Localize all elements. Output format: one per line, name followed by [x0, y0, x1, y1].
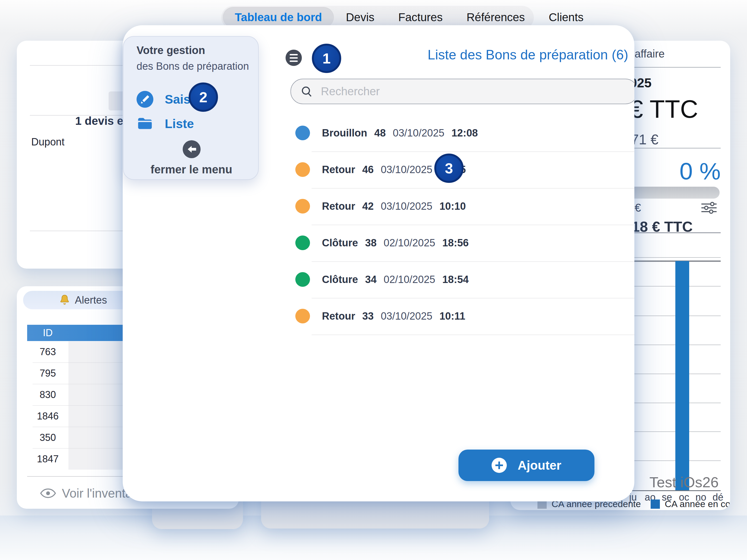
pencil-icon — [136, 91, 153, 108]
bell-icon — [59, 294, 71, 306]
tab-tableau-de-bord[interactable]: Tableau de bord — [223, 7, 334, 28]
row-divider — [312, 261, 634, 262]
chart-gridline — [627, 316, 721, 316]
order-number: 42 — [362, 201, 374, 212]
tab-references[interactable]: Références — [455, 11, 537, 24]
menu-subtitle: des Bons de préparation — [136, 60, 249, 72]
tab-devis[interactable]: Devis — [334, 11, 386, 24]
chart-gridline — [627, 286, 721, 287]
row-divider — [312, 225, 634, 225]
order-time: 18:56 — [442, 237, 468, 249]
chart-gridline — [627, 257, 721, 258]
menu-item-liste[interactable]: Liste — [136, 115, 194, 132]
status-label: Retour — [322, 201, 355, 212]
row-divider — [312, 188, 634, 189]
eye-icon — [40, 488, 56, 499]
close-menu-arrow-icon[interactable] — [183, 140, 201, 158]
search-input[interactable] — [320, 85, 593, 98]
chart-gridline — [627, 345, 721, 345]
search-bar[interactable] — [290, 79, 634, 104]
order-date: 03/10/2025 — [393, 127, 444, 139]
tutorial-step-badge-2: 2 — [189, 82, 218, 112]
status-dot — [295, 272, 310, 287]
close-menu-label[interactable]: fermer le menu — [124, 163, 259, 176]
order-date: 03/10/2025 — [381, 164, 432, 176]
tutorial-step-badge-1: 1 — [312, 44, 341, 73]
order-date: 03/10/2025 — [381, 201, 432, 212]
chart-gridline — [627, 374, 721, 374]
status-dot — [295, 236, 310, 250]
order-time: 10:10 — [439, 201, 466, 212]
row-divider — [312, 152, 634, 152]
status-dot — [295, 199, 310, 214]
quote-customer-name[interactable]: Dupont — [31, 136, 65, 148]
plus-icon — [492, 458, 507, 473]
filter-sliders-icon[interactable] — [700, 200, 718, 215]
app-screen: Tableau de bord Devis Factures Référence… — [0, 0, 747, 560]
row-divider — [312, 335, 634, 335]
order-date: 02/10/2025 — [384, 237, 435, 249]
status-label: Clôture — [322, 237, 358, 249]
status-dot — [295, 309, 310, 323]
status-dot — [295, 162, 310, 177]
currency-label: € — [635, 201, 641, 214]
legend-label-current-year: CA année en cours — [665, 499, 730, 509]
alerts-tab-label: Alertes — [75, 294, 107, 306]
order-time: 18:54 — [442, 274, 468, 286]
status-dot — [295, 126, 310, 140]
tab-clients[interactable]: Clients — [537, 11, 595, 24]
chart-gridline — [627, 403, 721, 403]
divider — [627, 148, 721, 149]
cell-id: 1846 — [27, 406, 69, 427]
cell-id: 350 — [27, 427, 69, 448]
management-menu-panel: Votre gestion des Bons de préparation Sa… — [123, 36, 259, 180]
order-date: 03/10/2025 — [381, 311, 432, 322]
tab-factures[interactable]: Factures — [386, 11, 455, 24]
status-label: Clôture — [322, 274, 358, 286]
revenue-title-fragment: affaire — [635, 48, 665, 60]
add-button-label: Ajouter — [518, 458, 561, 473]
revenue-amount-fragment: € TTC — [629, 95, 698, 124]
search-icon — [300, 85, 313, 98]
column-header-id: ID — [27, 325, 69, 341]
cell-id: 763 — [27, 341, 69, 363]
row-divider — [312, 298, 634, 298]
tutorial-step-badge-3: 3 — [434, 154, 464, 183]
menu-item-label: Liste — [165, 116, 194, 131]
chart-top-line — [627, 261, 721, 262]
order-date: 02/10/2025 — [384, 274, 435, 286]
chart-x-axis — [627, 490, 721, 491]
chart-bar-october — [675, 261, 689, 490]
folder-icon — [136, 115, 153, 132]
hamburger-menu-icon[interactable] — [286, 50, 302, 66]
cell-id: 1847 — [27, 449, 69, 470]
chart-gridline — [627, 431, 721, 432]
status-label: Retour — [322, 311, 355, 322]
cell-id: 795 — [27, 363, 69, 384]
chart-gridline — [627, 460, 721, 461]
revenue-percent: 0 % — [627, 157, 721, 185]
add-button[interactable]: Ajouter — [459, 450, 594, 481]
legend-swatch-current-year — [651, 500, 660, 509]
cell-id: 830 — [27, 384, 69, 405]
divider — [627, 67, 721, 68]
progress-bar — [627, 187, 720, 198]
order-time: 10:11 — [439, 311, 465, 322]
status-label: Brouillon — [322, 127, 367, 139]
order-number: 33 — [362, 311, 374, 322]
modal-title: Liste des Bons de préparation (6) — [419, 47, 634, 63]
status-label: Retour — [322, 164, 355, 176]
order-number: 46 — [362, 164, 374, 176]
order-number: 38 — [365, 237, 377, 249]
order-number: 48 — [374, 127, 386, 139]
chart-watermark: Test iOs26 — [630, 474, 730, 490]
divider — [627, 233, 721, 233]
menu-title: Votre gestion — [136, 44, 205, 56]
order-time: 12:08 — [452, 127, 478, 139]
order-number: 34 — [365, 274, 377, 286]
